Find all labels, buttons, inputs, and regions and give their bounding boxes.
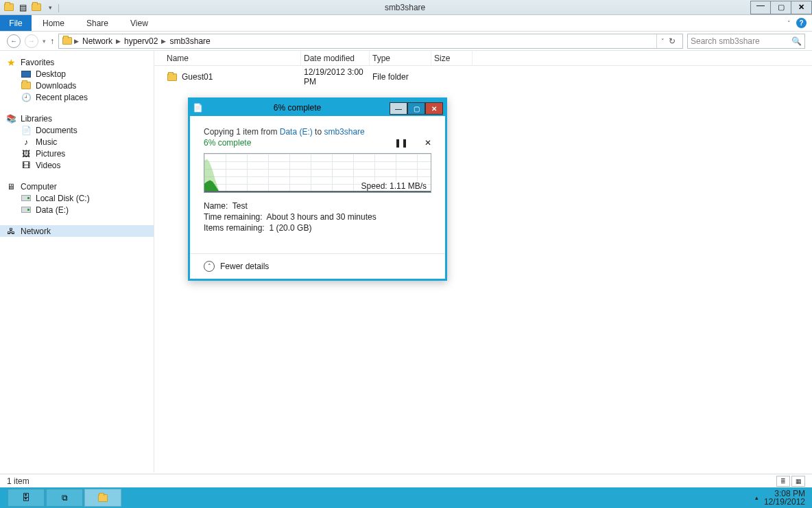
chevron-right-icon[interactable]: ▶ — [161, 38, 166, 45]
speed-label: Speed: 1.11 MB/s — [360, 181, 428, 191]
dialog-title-bar[interactable]: 📄 6% complete — ▢ ✕ — [190, 100, 445, 116]
copy-dialog: 📄 6% complete — ▢ ✕ Copying 1 item from … — [188, 97, 447, 281]
crumb-network[interactable]: Network — [80, 36, 115, 46]
sidebar-item-music[interactable]: ♪Music — [0, 136, 154, 148]
computer-icon: 🖥 — [5, 181, 16, 192]
dialog-title: 6% complete — [205, 103, 390, 113]
pictures-icon: 🖼 — [21, 148, 32, 159]
sidebar-libraries-header[interactable]: 📚Libraries — [0, 113, 154, 124]
copy-details: Name: Test Time remaining: About 3 hours… — [204, 201, 431, 233]
sidebar-item-downloads[interactable]: Downloads — [0, 80, 154, 91]
network-icon: 🖧 — [5, 226, 16, 237]
drive-icon — [21, 193, 32, 204]
sidebar-network-header[interactable]: 🖧Network — [0, 225, 154, 237]
folder-icon — [167, 71, 178, 82]
details-view-button[interactable]: ≣ — [776, 476, 790, 487]
downloads-icon — [21, 80, 32, 91]
dialog-maximize-button[interactable]: ▢ — [407, 102, 425, 115]
sidebar-favorites-header[interactable]: ★Favorites — [0, 56, 154, 68]
minimize-button[interactable]: — — [750, 1, 771, 14]
chevron-right-icon[interactable]: ▶ — [116, 38, 121, 45]
folder-icon — [62, 36, 73, 47]
taskbar-explorer[interactable] — [84, 489, 121, 507]
file-name: Guest01 — [182, 72, 213, 82]
refresh-icon[interactable]: ↻ — [669, 36, 676, 46]
copy-icon: 📄 — [190, 103, 205, 113]
percent-complete: 6% complete — [204, 138, 251, 148]
back-button[interactable]: ← — [7, 34, 21, 48]
videos-icon: 🎞 — [21, 160, 32, 171]
file-row[interactable]: Guest01 12/19/2012 3:00 PM File folder — [154, 70, 812, 84]
crumb-host[interactable]: hyperv02 — [122, 36, 160, 46]
history-dropdown-icon[interactable]: ▾ — [43, 38, 46, 45]
copy-dest-link[interactable]: smb3share — [324, 127, 364, 137]
drive-icon — [21, 205, 32, 216]
taskbar-server-manager[interactable]: 🗄 — [8, 489, 45, 507]
taskbar: 🗄 ⧉ ▴ 3:08 PM 12/19/2012 — [0, 487, 812, 508]
address-dropdown-icon[interactable]: ˅ — [661, 38, 665, 45]
search-icon: 🔍 — [791, 36, 802, 46]
tab-home[interactable]: Home — [32, 15, 75, 31]
file-date: 12/19/2012 3:00 PM — [301, 67, 370, 86]
tray-clock[interactable]: 3:08 PM 12/19/2012 — [764, 489, 805, 506]
crumb-share[interactable]: smb3share — [167, 36, 212, 46]
maximize-button[interactable]: ▢ — [771, 1, 791, 14]
column-date[interactable]: Date modified — [301, 51, 370, 65]
copy-source-link[interactable]: Data (E:) — [280, 127, 313, 137]
column-size[interactable]: Size — [431, 51, 473, 65]
star-icon: ★ — [5, 57, 16, 68]
libraries-icon: 📚 — [5, 113, 16, 124]
column-type[interactable]: Type — [370, 51, 431, 65]
sidebar-item-recent[interactable]: 🕘Recent places — [0, 91, 154, 103]
file-tab[interactable]: File — [0, 15, 32, 31]
search-placeholder: Search smb3share — [691, 36, 760, 46]
ribbon-expand-icon[interactable]: ˅ — [787, 20, 791, 27]
icons-view-button[interactable]: ▦ — [791, 476, 805, 487]
ribbon: File Home Share View ˅ ? — [0, 15, 812, 32]
quick-access-toolbar: ▤ ▾ | — [0, 1, 60, 14]
dialog-close-button[interactable]: ✕ — [425, 102, 443, 115]
dialog-minimize-button[interactable]: — — [390, 102, 407, 115]
sidebar-item-data-disk[interactable]: Data (E:) — [0, 204, 154, 216]
qat-dropdown-icon[interactable]: ▾ — [44, 1, 56, 14]
address-bar[interactable]: ▶ Network ▶ hyperv02 ▶ smb3share ˅ ↻ — [58, 34, 683, 49]
sidebar-computer-header[interactable]: 🖥Computer — [0, 181, 154, 192]
column-name[interactable]: Name — [164, 51, 301, 65]
sidebar-item-videos[interactable]: 🎞Videos — [0, 159, 154, 171]
recent-icon: 🕘 — [21, 92, 32, 103]
close-button[interactable]: ✕ — [791, 1, 812, 14]
sidebar-item-documents[interactable]: 📄Documents — [0, 124, 154, 136]
copy-description: Copying 1 item from Data (E:) to smb3sha… — [204, 127, 431, 137]
fewer-details-button[interactable]: ˄ Fewer details — [190, 253, 445, 279]
desktop-icon — [21, 69, 32, 80]
new-folder-icon[interactable] — [30, 1, 43, 14]
pause-button[interactable]: ❚❚ — [394, 138, 408, 148]
status-text: 1 item — [7, 476, 29, 486]
navigation-pane: ★Favorites Desktop Downloads 🕘Recent pla… — [0, 51, 154, 472]
search-input[interactable]: Search smb3share 🔍 — [687, 34, 805, 49]
taskbar-powershell[interactable]: ⧉ — [46, 489, 83, 507]
title-bar: ▤ ▾ | smb3share — ▢ ✕ — [0, 0, 812, 15]
explorer-icon — [3, 1, 15, 14]
status-bar: 1 item ≣ ▦ — [0, 474, 812, 487]
sidebar-item-pictures[interactable]: 🖼Pictures — [0, 148, 154, 159]
file-type: File folder — [370, 72, 431, 82]
forward-button[interactable]: → — [25, 34, 38, 48]
sidebar-item-local-disk[interactable]: Local Disk (C:) — [0, 192, 154, 204]
system-tray: ▴ 3:08 PM 12/19/2012 — [755, 487, 812, 508]
sidebar-item-desktop[interactable]: Desktop — [0, 68, 154, 80]
documents-icon: 📄 — [21, 125, 32, 136]
tray-arrow-icon[interactable]: ▴ — [755, 494, 759, 501]
properties-icon[interactable]: ▤ — [16, 1, 29, 14]
column-headers: Name Date modified Type Size — [154, 51, 812, 66]
chevron-right-icon[interactable]: ▶ — [74, 38, 79, 45]
window-title: smb3share — [60, 3, 750, 12]
window-buttons: — ▢ ✕ — [750, 1, 812, 14]
chevron-up-icon: ˄ — [204, 261, 215, 272]
up-button[interactable]: ↑ — [50, 36, 54, 46]
cancel-button[interactable]: ✕ — [425, 138, 431, 148]
tab-share[interactable]: Share — [75, 15, 119, 31]
help-icon[interactable]: ? — [796, 18, 807, 28]
navigation-bar: ← → ▾ ↑ ▶ Network ▶ hyperv02 ▶ smb3share… — [0, 32, 812, 51]
tab-view[interactable]: View — [119, 15, 159, 31]
